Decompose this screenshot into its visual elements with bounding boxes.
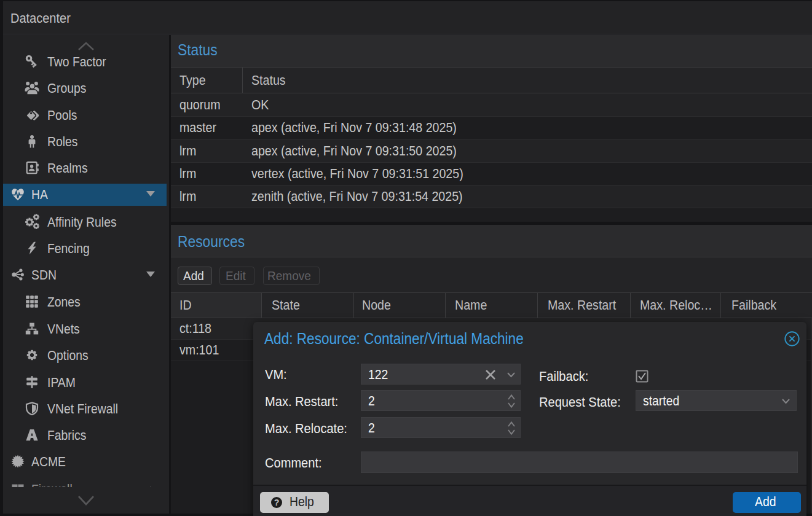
svg-text:?: ? (274, 498, 280, 507)
